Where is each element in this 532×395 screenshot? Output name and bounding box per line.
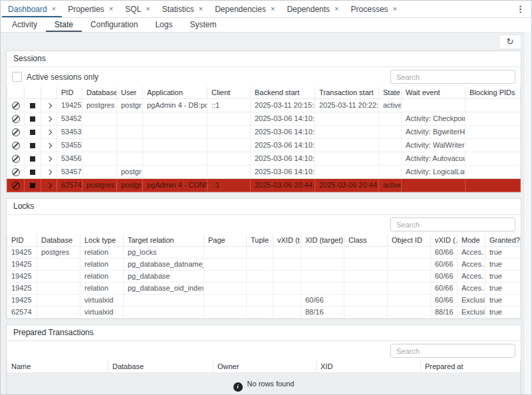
col-prepared-at[interactable]: Prepared at (421, 360, 521, 373)
expand-details-icon[interactable] (46, 183, 51, 188)
col-application[interactable]: Application (143, 86, 207, 99)
subtab-logs[interactable]: Logs (146, 18, 181, 32)
terminate-session-icon-cell[interactable] (25, 179, 41, 192)
session-row[interactable]: 19425postgrespostgr…pgAdmin 4 - DB:post…… (7, 99, 521, 112)
lock-row[interactable]: 19425relationpg_database_datname_ind…60/… (7, 259, 521, 271)
subtab-system[interactable]: System (181, 18, 225, 32)
vertical-scrollbar[interactable] (523, 32, 531, 394)
sessions-search-input[interactable] (390, 70, 515, 84)
col-xid[interactable]: XID (317, 360, 421, 373)
close-tab-icon[interactable]: × (393, 5, 397, 13)
active-sessions-checkbox[interactable] (12, 72, 22, 82)
expand-details-icon[interactable] (46, 130, 51, 135)
col-pid[interactable]: PID (7, 234, 37, 247)
tab-processes[interactable]: Processes× (345, 1, 403, 17)
tab-sql[interactable]: SQL× (119, 1, 156, 17)
col-vxid-t[interactable]: vXID (t… (273, 234, 301, 247)
col-wait-event[interactable]: Wait event (402, 86, 466, 99)
lock-row[interactable]: 62574virtualxid88/1688/16Exclusi…true (7, 307, 521, 319)
cancel-query-icon[interactable] (12, 155, 20, 163)
col-client[interactable]: Client (207, 86, 251, 99)
close-tab-icon[interactable]: × (146, 5, 150, 13)
session-row[interactable]: 534522025-03-06 14:10:11 …Activity: Chec… (7, 112, 521, 126)
expand-details-icon[interactable] (46, 156, 51, 162)
col-name[interactable]: Name (7, 360, 108, 373)
lock-row[interactable]: 19425virtualxid60/6660/66Exclusi…true (7, 295, 521, 307)
col-blocking-pids[interactable]: Blocking PIDs (466, 86, 521, 99)
session-row[interactable]: 534532025-03-06 14:10:11 …Activity: Bgwr… (7, 126, 521, 139)
expand-details-icon-cell[interactable] (41, 112, 57, 126)
cancel-query-icon[interactable] (12, 182, 20, 190)
session-row[interactable]: 534562025-03-06 14:10:11 …Activity: Auto… (7, 152, 521, 166)
terminate-session-icon-cell[interactable] (25, 152, 41, 166)
terminate-session-icon[interactable] (30, 103, 35, 108)
prepared-search-input[interactable] (390, 344, 515, 358)
expand-details-icon[interactable] (46, 143, 51, 148)
expand-details-icon[interactable] (46, 170, 51, 175)
col-page[interactable]: Page (204, 234, 247, 247)
terminate-session-icon-cell[interactable] (25, 166, 41, 179)
col-state[interactable]: State (379, 86, 402, 99)
expand-details-icon-cell[interactable] (41, 99, 57, 112)
lock-row[interactable]: 19425relationpg_database60/66Acces…true (7, 271, 521, 283)
cancel-query-icon-cell[interactable] (7, 152, 25, 166)
col-object-id[interactable]: Object ID (388, 234, 431, 247)
locks-search-input[interactable] (390, 217, 515, 231)
session-row[interactable]: 62574postgrespostgr…pgAdmin 4 - CONN:6…:… (7, 179, 521, 192)
close-tab-icon[interactable]: × (52, 5, 56, 13)
terminate-session-icon-cell[interactable] (25, 139, 41, 152)
lock-row[interactable]: 19425postgresrelationpg_locks60/66Acces…… (7, 247, 521, 259)
col-mode[interactable]: Mode (458, 234, 485, 247)
cancel-query-icon-cell[interactable] (7, 99, 25, 112)
col-database[interactable]: Database (82, 86, 117, 99)
col-class[interactable]: Class (344, 234, 388, 247)
cancel-query-icon-cell[interactable] (7, 166, 25, 179)
tab-statistics[interactable]: Statistics× (156, 1, 209, 17)
expand-details-icon[interactable] (46, 103, 51, 108)
cancel-query-icon[interactable] (12, 128, 20, 136)
close-tab-icon[interactable]: × (109, 5, 113, 13)
tab-properties[interactable]: Properties× (62, 1, 119, 17)
terminate-session-icon[interactable] (30, 143, 35, 148)
col-user[interactable]: User (117, 86, 143, 99)
close-tab-icon[interactable]: × (271, 5, 275, 13)
subtab-activity[interactable]: Activity (3, 18, 46, 32)
cancel-query-icon[interactable] (12, 142, 20, 150)
cancel-query-icon[interactable] (12, 115, 20, 123)
cancel-query-icon-cell[interactable] (7, 139, 25, 152)
close-tab-icon[interactable]: × (334, 5, 338, 13)
col-xid-target[interactable]: XID (target) (301, 234, 344, 247)
more-options-icon[interactable]: ⋮ (509, 1, 531, 17)
col-transaction-start[interactable]: Transaction start (315, 86, 379, 99)
terminate-session-icon-cell[interactable] (25, 112, 41, 126)
session-row[interactable]: 53457postgr…2025-03-06 14:10:11 …Activit… (7, 166, 521, 179)
expand-details-icon-cell[interactable] (41, 166, 57, 179)
terminate-session-icon[interactable] (30, 170, 35, 175)
terminate-session-icon-cell[interactable] (25, 126, 41, 139)
session-row[interactable]: 534552025-03-06 14:10:11 …Activity: WalW… (7, 139, 521, 152)
tab-dependents[interactable]: Dependents× (281, 1, 344, 17)
col-tuple[interactable]: Tuple (247, 234, 273, 247)
cancel-query-icon-cell[interactable] (7, 112, 25, 126)
cancel-query-icon[interactable] (12, 102, 20, 110)
expand-details-icon-cell[interactable] (41, 126, 57, 139)
col-database[interactable]: Database (108, 360, 213, 373)
col-target-relation[interactable]: Target relation (124, 234, 204, 247)
expand-details-icon-cell[interactable] (41, 152, 57, 166)
subtab-state[interactable]: State (46, 18, 82, 32)
terminate-session-icon-cell[interactable] (25, 99, 41, 112)
col-pid[interactable]: PID (57, 86, 82, 99)
close-tab-icon[interactable]: × (199, 5, 203, 13)
terminate-session-icon[interactable] (30, 130, 35, 135)
expand-details-icon[interactable] (46, 116, 51, 122)
tab-dependencies[interactable]: Dependencies× (209, 1, 281, 17)
refresh-button[interactable]: ↻ (499, 35, 521, 49)
terminate-session-icon[interactable] (30, 183, 35, 188)
terminate-session-icon[interactable] (30, 116, 35, 122)
cancel-query-icon[interactable] (12, 168, 20, 176)
terminate-session-icon[interactable] (30, 156, 35, 162)
expand-details-icon-cell[interactable] (41, 179, 57, 192)
tab-dashboard[interactable]: Dashboard× (2, 1, 62, 17)
col-granted[interactable]: Granted? (485, 234, 521, 247)
col-lock-type[interactable]: Lock type (80, 234, 124, 247)
